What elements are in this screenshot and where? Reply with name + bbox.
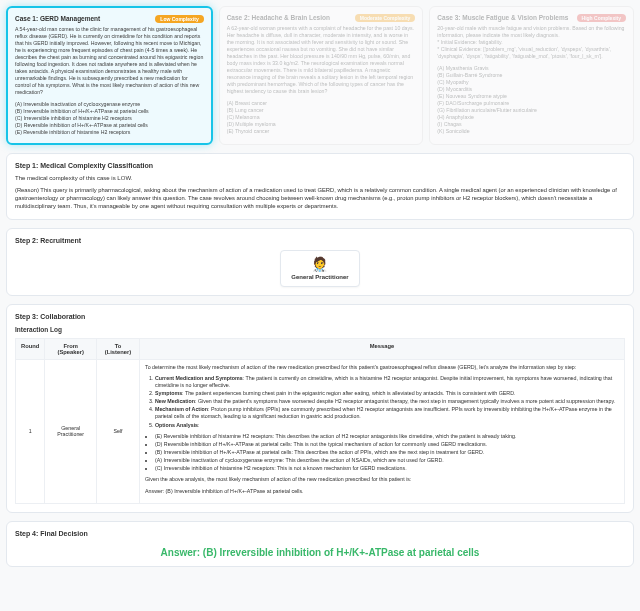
msg-option: (B) Irreversible inhibition of H+/K+-ATP… [155, 449, 619, 456]
th-to: To (Listener) [96, 338, 139, 359]
msg-option: (C) Irreversible inhibition of histamine… [155, 465, 619, 472]
msg-option: (E) Reversible inhibition of histamine H… [155, 433, 619, 440]
agent-name: General Practitioner [291, 274, 348, 280]
msg-points: Current Medication and Symptoms: The pat… [155, 375, 619, 429]
step3-title: Step 3: Collaboration [15, 313, 625, 320]
cell-from: General Practitioner [45, 359, 97, 503]
th-message: Message [140, 338, 625, 359]
agent-emoji: 🧑‍⚕️ [291, 257, 348, 271]
step3-card: Step 3: Collaboration Interaction Log Ro… [6, 304, 634, 513]
msg-point: Symptoms: The patient experiences burnin… [155, 390, 619, 397]
final-answer: Answer: (B) Irreversible inhibition of H… [161, 547, 480, 558]
cases-row: Low Complexity Case 1: GERD Management A… [6, 6, 634, 145]
complexity-badge: Moderate Complexity [355, 14, 416, 22]
cell-round: 1 [16, 359, 45, 503]
th-from: From (Speaker) [45, 338, 97, 359]
step1-card: Step 1: Medical Complexity Classificatio… [6, 153, 634, 219]
complexity-badge: High Complexity [577, 14, 626, 22]
interaction-table: Round From (Speaker) To (Listener) Messa… [15, 338, 625, 504]
step2-title: Step 2: Recruitment [15, 237, 625, 244]
case-options: (A) Breast cancer (B) Lung cancer (C) Me… [227, 100, 416, 135]
case-card-3[interactable]: High Complexity Case 3: Muscle Fatigue &… [429, 6, 634, 145]
agent-chip: 🧑‍⚕️ General Practitioner [280, 250, 359, 287]
step4-title: Step 4: Final Decision [15, 530, 625, 537]
step1-subtitle: The medical complexity of this case is L… [15, 175, 625, 181]
msg-option: (A) Irreversible inactivation of cycloox… [155, 457, 619, 464]
msg-point: New Medication: Given that the patient's… [155, 398, 619, 405]
complexity-badge: Low Complexity [155, 15, 203, 23]
step4-card: Step 4: Final Decision Answer: (B) Irrev… [6, 521, 634, 567]
case-options: (A) Irreversible inactivation of cycloox… [15, 101, 204, 136]
cell-to: Self [96, 359, 139, 503]
table-row: 1 General Practitioner Self To determine… [16, 359, 625, 503]
step2-card: Step 2: Recruitment 🧑‍⚕️ General Practit… [6, 228, 634, 296]
interaction-log-title: Interaction Log [15, 326, 625, 333]
cell-message: To determine the most likely mechanism o… [140, 359, 625, 503]
table-header-row: Round From (Speaker) To (Listener) Messa… [16, 338, 625, 359]
msg-point: Current Medication and Symptoms: The pat… [155, 375, 619, 389]
step1-title: Step 1: Medical Complexity Classificatio… [15, 162, 625, 169]
recruit-box: 🧑‍⚕️ General Practitioner [15, 250, 625, 287]
step1-reason: (Reason) This query is primarily pharmac… [15, 186, 625, 210]
msg-option: (D) Reversible inhibition of H+/K+-ATPas… [155, 441, 619, 448]
msg-options: (E) Reversible inhibition of histamine H… [155, 433, 619, 473]
case-card-2[interactable]: Moderate Complexity Case 2: Headache & B… [219, 6, 424, 145]
msg-outro2: Answer: (B) Irreversible inhibition of H… [145, 488, 619, 495]
case-body: A 54-year-old man comes to the clinic fo… [15, 26, 204, 96]
answer-block: Answer: (B) Irreversible inhibition of H… [15, 543, 625, 558]
th-round: Round [16, 338, 45, 359]
msg-outro1: Given the above analysis, the most likel… [145, 476, 619, 483]
msg-point: Options Analysis: [155, 422, 619, 429]
case-body: A 62-year-old woman presents with a comp… [227, 25, 416, 95]
msg-point: Mechanism of Action: Proton pump inhibit… [155, 406, 619, 420]
case-options: (A) Myasthenia Gravis (B) Guillain-Barré… [437, 65, 626, 135]
case-body: 20-year-old male with muscle fatigue and… [437, 25, 626, 60]
msg-intro: To determine the most likely mechanism o… [145, 364, 619, 371]
case-card-1[interactable]: Low Complexity Case 1: GERD Management A… [6, 6, 213, 145]
